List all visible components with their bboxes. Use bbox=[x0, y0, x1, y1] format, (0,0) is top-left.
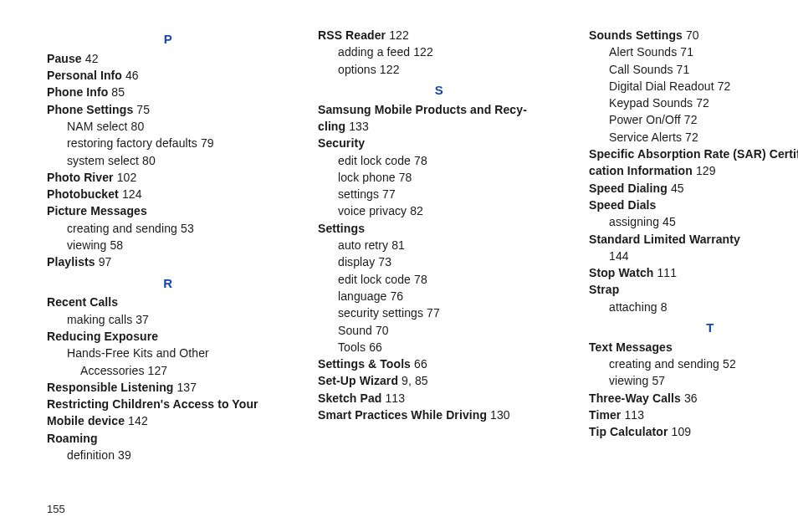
index-entry: cling 133 bbox=[318, 118, 560, 135]
index-page-ref: 137 bbox=[176, 381, 197, 394]
index-page-ref: 78 bbox=[414, 154, 427, 167]
index-subentry: NAM select 80 bbox=[47, 118, 289, 135]
index-page-ref: 72 bbox=[685, 130, 698, 144]
footer-page-number: 155 bbox=[47, 503, 65, 515]
index-subentry-text: Keypad Sounds bbox=[609, 96, 693, 110]
index-entry: Smart Practices While Driving 130 bbox=[318, 407, 560, 423]
index-subentry: assigning 45 bbox=[589, 213, 798, 230]
index-subentry-text: attaching bbox=[609, 300, 657, 314]
index-subentry-text: auto retry bbox=[338, 238, 388, 252]
index-subentry-text: Call Sounds bbox=[609, 63, 673, 76]
index-page-ref: 133 bbox=[349, 120, 369, 133]
index-entry: Speed Dials bbox=[589, 197, 798, 213]
index-page-ref: 129 bbox=[696, 164, 716, 177]
index-term: RSS Reader bbox=[318, 28, 386, 42]
index-entry: Phone Settings 75 bbox=[47, 101, 289, 118]
index-page-ref: 72 bbox=[718, 79, 731, 93]
index-page-ref: 122 bbox=[389, 28, 409, 42]
section-letter: P bbox=[47, 30, 289, 49]
index-page-ref: 122 bbox=[413, 45, 433, 59]
index-entry: Roaming bbox=[47, 430, 289, 447]
index-term: cation Information bbox=[589, 164, 693, 177]
index-subentry: Alert Sounds 71 bbox=[589, 43, 798, 60]
index-entry: Specific Absorption Rate (SAR) Certifi- bbox=[589, 146, 798, 162]
index-term: Phone Info bbox=[47, 85, 108, 99]
index-subentry-text: settings bbox=[338, 187, 379, 201]
index-term: Mobile device bbox=[47, 414, 125, 427]
index-entry: Speed Dialing 45 bbox=[589, 180, 798, 197]
index-subentry: definition 39 bbox=[47, 447, 289, 463]
index-entry: Samsung Mobile Products and Recy- bbox=[318, 101, 560, 118]
index-subentry: settings 77 bbox=[318, 186, 560, 202]
index-subentry-text: assigning bbox=[609, 215, 659, 228]
index-subentry: Digital Dial Readout 72 bbox=[589, 78, 798, 95]
index-term: Standard Limited Warranty bbox=[589, 233, 740, 246]
index-page-ref: 58 bbox=[110, 238, 123, 252]
index-page-ref: 77 bbox=[427, 306, 440, 320]
section-letter: T bbox=[589, 319, 798, 337]
index-subentry: making calls 37 bbox=[47, 311, 289, 328]
index-page-ref: 79 bbox=[201, 136, 214, 150]
index-entry: Restricting Children's Access to Your bbox=[47, 396, 289, 412]
index-page-ref: 81 bbox=[391, 238, 405, 252]
index-entry: Pause 42 bbox=[47, 50, 289, 67]
index-subentry: lock phone 78 bbox=[318, 169, 560, 186]
index-subentry-text: Digital Dial Readout bbox=[609, 79, 714, 93]
index-term: Smart Practices While Driving bbox=[318, 408, 487, 422]
index-column-1: PPause 42Personal Info 46Phone Info 85Ph… bbox=[47, 27, 289, 463]
section-letter: R bbox=[47, 274, 289, 293]
index-subentry: Tools 66 bbox=[318, 339, 560, 356]
index-term: cling bbox=[318, 120, 345, 133]
index-subentry-text: edit lock code bbox=[338, 273, 411, 286]
index-page-ref: 57 bbox=[652, 374, 665, 387]
index-page-ref: 113 bbox=[385, 391, 405, 405]
index-term: Settings & Tools bbox=[318, 357, 411, 371]
index-subentry-text: options bbox=[338, 63, 376, 76]
index-page-ref: 46 bbox=[125, 69, 139, 82]
index-subentry: creating and sending 53 bbox=[47, 220, 289, 237]
index-subentry: Accessories 127 bbox=[47, 362, 289, 379]
index-subentry-text: viewing bbox=[67, 238, 106, 252]
index-subentry: Call Sounds 71 bbox=[589, 61, 798, 78]
index-term: Picture Messages bbox=[47, 204, 147, 217]
index-page-ref: 130 bbox=[490, 408, 510, 422]
index-page-ref: 80 bbox=[142, 154, 156, 167]
index-page-ref: 124 bbox=[122, 187, 142, 201]
index-subentry-text: voice privacy bbox=[338, 204, 407, 217]
index-term: Photo River bbox=[47, 171, 114, 184]
index-page-ref: 8 bbox=[661, 300, 668, 314]
index-subentry: 144 bbox=[589, 248, 798, 264]
index-subentry-text: system select bbox=[67, 154, 139, 167]
index-entry: Phone Info 85 bbox=[47, 84, 289, 100]
index-page-ref: 80 bbox=[131, 120, 145, 133]
index-term: Settings bbox=[318, 222, 365, 235]
index-subentry: creating and sending 52 bbox=[589, 356, 798, 372]
index-page-ref: 127 bbox=[148, 364, 168, 377]
index-page-ref: 42 bbox=[85, 52, 99, 65]
index-term: Pause bbox=[47, 52, 82, 65]
index-subentry: auto retry 81 bbox=[318, 237, 560, 253]
index-subentry-text: display bbox=[338, 255, 375, 269]
index-page-ref: 144 bbox=[609, 249, 629, 263]
index-page-ref: 66 bbox=[369, 340, 382, 354]
index-entry: Sounds Settings 70 bbox=[589, 27, 798, 43]
index-subentry: Power On/Off 72 bbox=[589, 111, 798, 128]
index-subentry: security settings 77 bbox=[318, 304, 560, 321]
index-entry: Settings & Tools 66 bbox=[318, 356, 560, 372]
index-term: Roaming bbox=[47, 432, 98, 445]
index-entry: Recent Calls bbox=[47, 294, 289, 310]
index-term: Strap bbox=[589, 283, 619, 296]
index-subentry: restoring factory defaults 79 bbox=[47, 135, 289, 151]
index-term: Sounds Settings bbox=[589, 28, 683, 42]
index-entry: Playlists 97 bbox=[47, 253, 289, 270]
index-page-ref: 70 bbox=[376, 324, 389, 337]
index-page-ref: 72 bbox=[696, 96, 709, 110]
index-entry: Mobile device 142 bbox=[47, 412, 289, 429]
index-page-ref: 37 bbox=[136, 313, 149, 326]
index-subentry: language 76 bbox=[318, 288, 560, 304]
index-subentry-text: Alert Sounds bbox=[609, 45, 677, 59]
index-subentry: voice privacy 82 bbox=[318, 202, 560, 219]
index-subentry: attaching 8 bbox=[589, 299, 798, 315]
index-page-ref: 85 bbox=[111, 85, 125, 99]
index-term: Timer bbox=[589, 408, 621, 422]
